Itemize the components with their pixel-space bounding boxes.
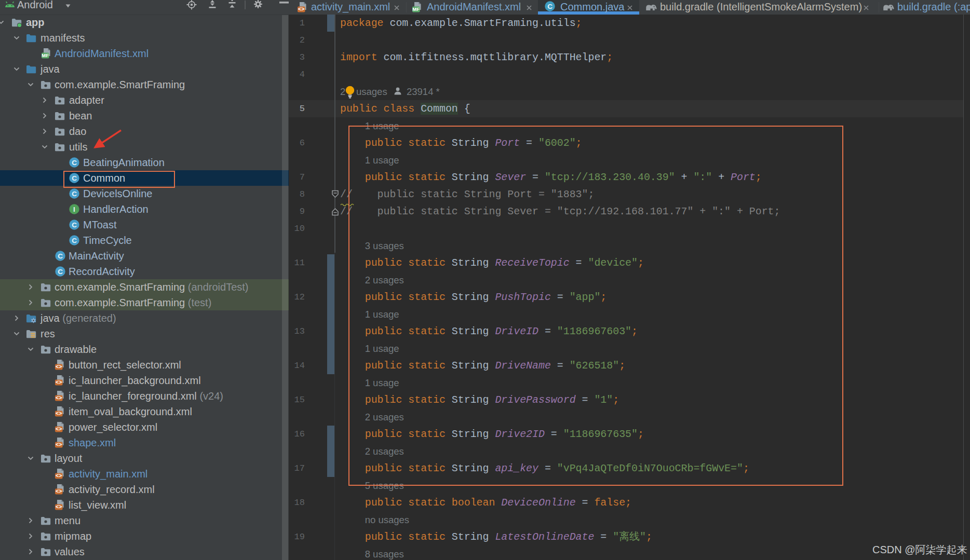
svg-text:MF: MF (42, 52, 49, 58)
svg-text:C: C (72, 190, 77, 198)
svg-text:<>: <> (56, 503, 62, 510)
svg-text:<>: <> (56, 426, 62, 432)
svg-text:C: C (58, 252, 63, 260)
svg-text:<>: <> (56, 488, 62, 494)
svg-text:<>: <> (56, 410, 62, 416)
svg-text:I: I (73, 206, 75, 213)
svg-text:<>: <> (56, 472, 62, 479)
svg-text:<>: <> (56, 379, 62, 385)
svg-text:C: C (58, 268, 63, 276)
svg-text:C: C (72, 237, 77, 244)
svg-text:C: C (72, 221, 77, 229)
svg-text:C: C (72, 159, 77, 167)
svg-text:<>: <> (56, 394, 62, 401)
svg-text:C: C (547, 3, 553, 10)
svg-text:<>: <> (298, 6, 304, 12)
svg-text:<>: <> (56, 441, 62, 447)
svg-text:<>: <> (56, 363, 62, 370)
svg-text:MF: MF (412, 6, 420, 12)
